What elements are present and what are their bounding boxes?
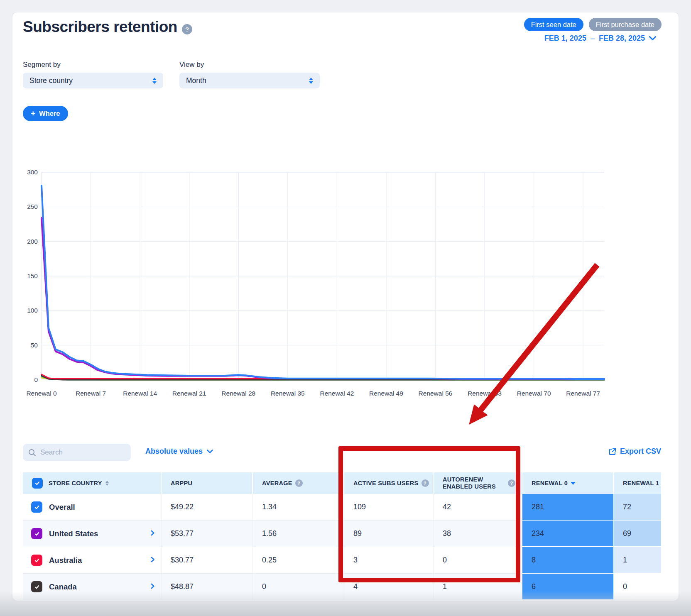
renewal-0-cell: 281 (522, 494, 614, 521)
export-icon (608, 447, 617, 456)
help-icon[interactable]: ? (421, 479, 429, 487)
active-subs-users-cell: 109 (344, 494, 434, 521)
date-range-picker[interactable]: FEB 1, 2025 – FEB 28, 2025 (544, 34, 656, 43)
row-checkbox[interactable] (31, 501, 42, 513)
subscribers-retention-card: Subscribers retention ? First seen date … (12, 12, 679, 601)
average-cell: 0.25 (253, 547, 344, 574)
chart-line-overall (42, 186, 604, 379)
table-row-united-states: United States$53.771.56893823469 (23, 521, 661, 547)
country-name: United States (49, 529, 98, 538)
view-by-label: View by (179, 61, 204, 69)
view-by-value: Month (186, 76, 206, 85)
column-header-renewal-1[interactable]: RENEWAL 1 (614, 472, 661, 494)
column-header-active-subs-users[interactable]: ACTIVE SUBS USERS? (344, 472, 434, 494)
help-icon[interactable]: ? (295, 479, 303, 487)
svg-text:Renewal 42: Renewal 42 (320, 390, 354, 397)
column-header-arppu[interactable]: ARPPU (162, 472, 253, 494)
expand-chevron-icon[interactable] (149, 582, 156, 591)
arppu-cell: $53.77 (162, 521, 253, 547)
table-toolbar: Absolute values Export CSV (23, 444, 661, 461)
export-csv-button[interactable]: Export CSV (608, 447, 661, 456)
search-box (23, 444, 131, 461)
check-icon (34, 504, 40, 510)
chevron-down-icon (649, 36, 656, 41)
view-by-dropdown[interactable]: Month (179, 73, 320, 88)
renewal-0-cell: 234 (522, 521, 614, 547)
sort-arrows-icon (105, 481, 109, 486)
column-header-store-country[interactable]: STORE COUNTRY (23, 472, 162, 494)
row-checkbox[interactable] (31, 581, 42, 592)
select-arrows-icon (309, 78, 313, 84)
active-subs-users-cell: 4 (344, 574, 434, 600)
autorenew-enabled-users-cell: 1 (434, 574, 522, 600)
add-where-filter-button[interactable]: + Where (23, 106, 68, 121)
plus-icon: + (31, 109, 35, 118)
svg-text:0: 0 (34, 376, 38, 383)
svg-text:250: 250 (27, 203, 38, 210)
table-row-australia: Australia$30.770.253081 (23, 547, 661, 574)
table-row-canada: Canada$48.8704160 (23, 574, 661, 600)
svg-text:Renewal 49: Renewal 49 (369, 390, 403, 397)
arppu-cell: $30.77 (162, 547, 253, 574)
select-arrows-icon (152, 78, 157, 84)
country-cell: Overall (23, 494, 162, 521)
check-icon (34, 531, 40, 537)
svg-text:200: 200 (27, 238, 38, 245)
column-header-label: RENEWAL 1 (623, 480, 659, 487)
row-checkbox[interactable] (31, 555, 42, 566)
autorenew-enabled-users-cell: 38 (434, 521, 522, 547)
date-mode-toggle: First seen date First purchase date (524, 18, 662, 31)
svg-text:Renewal 70: Renewal 70 (517, 390, 551, 397)
column-header-label: RENEWAL 0 (532, 480, 568, 487)
page-title: Subscribers retention (23, 18, 177, 36)
average-cell: 1.56 (253, 521, 344, 547)
renewal-1-cell: 0 (614, 574, 661, 600)
renewal-1-cell: 69 (614, 521, 661, 547)
first-seen-date-button[interactable]: First seen date (524, 18, 583, 31)
renewal-1-cell: 1 (614, 547, 661, 574)
svg-text:Renewal 56: Renewal 56 (419, 390, 453, 397)
date-range-end: FEB 28, 2025 (599, 34, 645, 43)
retention-line-chart[interactable]: 050100150200250300Renewal 0Renewal 7Rene… (21, 160, 610, 409)
svg-text:Renewal 28: Renewal 28 (221, 390, 255, 397)
svg-text:Renewal 77: Renewal 77 (566, 390, 600, 397)
average-cell: 0 (253, 574, 344, 600)
column-header-label: AVERAGE (262, 480, 292, 487)
arppu-cell: $48.87 (162, 574, 253, 600)
svg-text:100: 100 (27, 307, 38, 314)
first-purchase-date-button[interactable]: First purchase date (589, 18, 662, 31)
autorenew-enabled-users-cell: 42 (434, 494, 522, 521)
svg-text:Renewal 14: Renewal 14 (123, 390, 157, 397)
column-header-average[interactable]: AVERAGE? (253, 472, 344, 494)
expand-chevron-icon[interactable] (149, 529, 156, 538)
select-all-checkbox[interactable] (32, 478, 43, 489)
segment-by-value: Store country (29, 76, 73, 85)
date-range-separator: – (591, 34, 595, 43)
retention-table: STORE COUNTRYARPPUAVERAGE?ACTIVE SUBS US… (23, 472, 661, 600)
column-header-label: ACTIVE SUBS USERS (353, 480, 419, 487)
segment-by-label: Segment by (23, 61, 61, 69)
svg-text:150: 150 (27, 272, 38, 279)
column-header-autorenew-enabled-users[interactable]: AUTORENEW ENABLED USERS? (434, 472, 522, 494)
values-mode-dropdown[interactable]: Absolute values (145, 447, 213, 456)
search-icon (28, 449, 36, 457)
svg-text:Renewal 7: Renewal 7 (76, 390, 106, 397)
country-cell: Canada (23, 574, 162, 600)
country-cell: United States (23, 521, 162, 547)
title-help-icon[interactable]: ? (182, 24, 192, 34)
average-cell: 1.34 (253, 494, 344, 521)
segment-by-dropdown[interactable]: Store country (23, 73, 163, 88)
country-name: Australia (49, 556, 82, 565)
chevron-down-icon (207, 450, 213, 454)
autorenew-enabled-users-cell: 0 (434, 547, 522, 574)
row-checkbox[interactable] (31, 528, 42, 539)
chart-line-united-states (42, 218, 604, 379)
svg-text:Renewal 0: Renewal 0 (26, 390, 57, 397)
column-header-renewal-0[interactable]: RENEWAL 0 (522, 472, 614, 494)
svg-text:300: 300 (27, 169, 38, 176)
search-input[interactable] (23, 444, 131, 461)
column-header-label: AUTORENEW ENABLED USERS (443, 476, 505, 490)
help-icon[interactable]: ? (508, 479, 515, 487)
active-subs-users-cell: 3 (344, 547, 434, 574)
expand-chevron-icon[interactable] (149, 556, 156, 565)
